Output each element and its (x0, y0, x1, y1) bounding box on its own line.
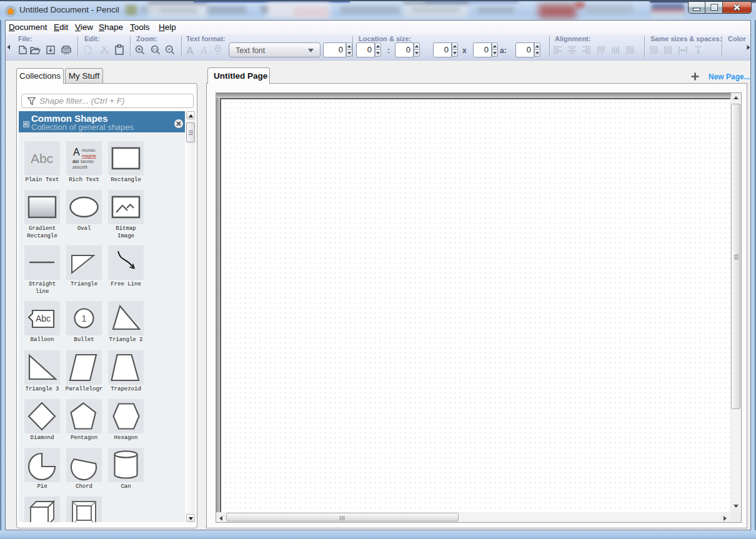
svg-text:mundu: mundu (82, 148, 96, 152)
svg-text:1: 1 (81, 313, 86, 324)
svg-text:tannito: tannito (81, 159, 94, 164)
svg-text:A: A (200, 46, 207, 56)
svg-text:A: A (186, 45, 194, 55)
svg-text:Abc: Abc (36, 314, 51, 324)
svg-text:abscidit: abscidit (72, 165, 87, 169)
svg-text:A: A (73, 147, 80, 157)
svg-text:Abc: Abc (31, 151, 53, 166)
svg-text:magine: magine (82, 154, 96, 159)
svg-text:1:1: 1:1 (152, 47, 157, 51)
svg-text:del: del (72, 159, 79, 164)
